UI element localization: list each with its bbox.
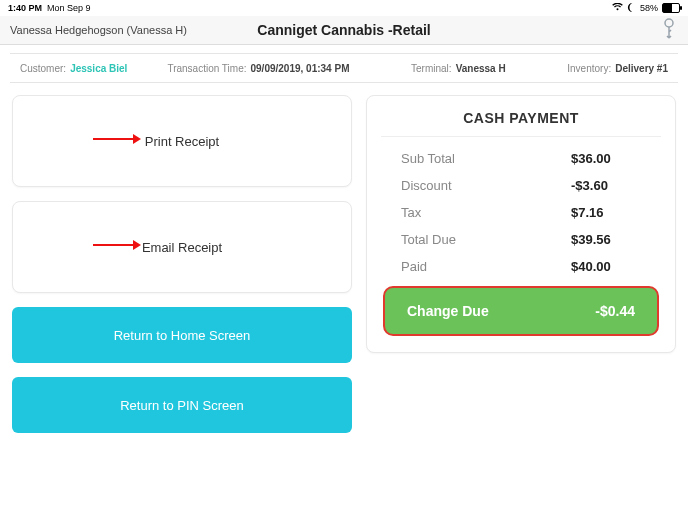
- key-icon[interactable]: [660, 18, 678, 46]
- info-inventory: Inventory: Delivery #1: [567, 63, 668, 74]
- app-header: Vanessa Hedgehogson (Vanessa H) Canniget…: [0, 16, 688, 45]
- wifi-icon: [612, 3, 623, 13]
- battery-icon: [662, 3, 680, 13]
- email-receipt-button[interactable]: Email Receipt: [12, 201, 352, 293]
- return-home-label: Return to Home Screen: [114, 328, 251, 343]
- annotation-arrow-icon: [93, 238, 141, 256]
- battery-pct: 58%: [640, 3, 658, 13]
- row-discount: Discount -$3.60: [381, 172, 661, 199]
- row-paid: Paid $40.00: [381, 253, 661, 280]
- info-customer: Customer: Jessica Biel: [20, 63, 127, 74]
- annotation-arrow-icon: [93, 132, 141, 150]
- info-terminal: Terminal: Vanessa H: [411, 63, 506, 74]
- payment-summary-card: CASH PAYMENT Sub Total $36.00 Discount -…: [366, 95, 676, 353]
- print-receipt-button[interactable]: Print Receipt: [12, 95, 352, 187]
- row-tax: Tax $7.16: [381, 199, 661, 226]
- moon-icon: [627, 3, 636, 14]
- ios-status-bar: 1:40 PM Mon Sep 9 58%: [0, 0, 688, 16]
- return-home-button[interactable]: Return to Home Screen: [12, 307, 352, 363]
- change-due-box: Change Due -$0.44: [383, 286, 659, 336]
- svg-point-0: [665, 19, 673, 27]
- payment-title: CASH PAYMENT: [381, 110, 661, 126]
- customer-name[interactable]: Jessica Biel: [70, 63, 127, 74]
- print-receipt-label: Print Receipt: [145, 134, 219, 149]
- change-due-value: -$0.44: [595, 303, 635, 319]
- return-pin-button[interactable]: Return to PIN Screen: [12, 377, 352, 433]
- row-total-due: Total Due $39.56: [381, 226, 661, 253]
- row-subtotal: Sub Total $36.00: [381, 145, 661, 172]
- status-time: 1:40 PM: [8, 3, 42, 13]
- email-receipt-label: Email Receipt: [142, 240, 222, 255]
- header-user: Vanessa Hedgehogson (Vanessa H): [0, 24, 187, 36]
- transaction-info-bar: Customer: Jessica Biel Transaction Time:…: [10, 53, 678, 83]
- info-transaction-time: Transaction Time: 09/09/2019, 01:34 PM: [167, 63, 349, 74]
- return-pin-label: Return to PIN Screen: [120, 398, 244, 413]
- status-date: Mon Sep 9: [47, 3, 91, 13]
- divider: [381, 136, 661, 137]
- change-due-label: Change Due: [407, 303, 595, 319]
